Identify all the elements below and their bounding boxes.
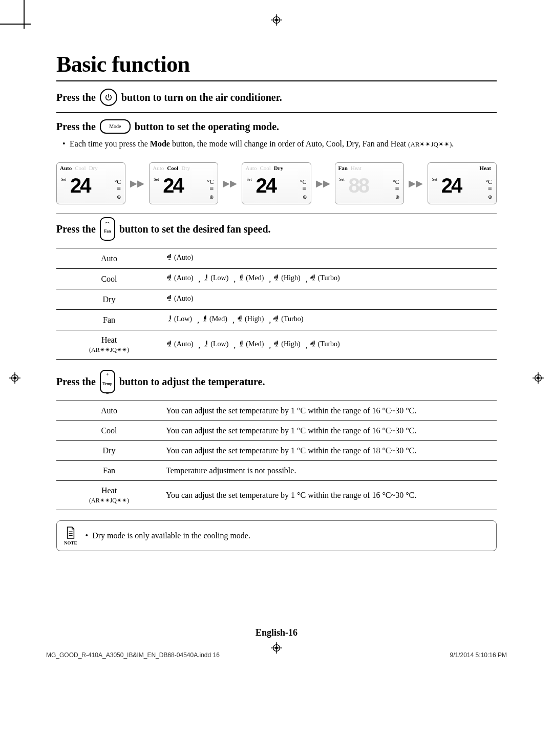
- svg-rect-45: [167, 318, 168, 320]
- svg-rect-37: [311, 277, 312, 279]
- mode-card: AutoCoolDrySet24°C≡⊕: [149, 162, 218, 204]
- svg-rect-22: [168, 276, 169, 279]
- svg-rect-64: [202, 343, 203, 344]
- mode-description: • Each time you press the Mode button, t…: [56, 138, 497, 150]
- mode-card: AutoCoolDrySet24°C≡⊕: [56, 162, 125, 204]
- svg-rect-61: [167, 342, 168, 344]
- svg-rect-25: [204, 277, 205, 279]
- svg-point-7: [13, 376, 16, 380]
- svg-rect-73: [274, 342, 275, 344]
- table-row: Dry(Auto): [56, 289, 497, 310]
- text: button to set the desired fan speed.: [119, 221, 271, 237]
- svg-rect-26: [205, 276, 206, 279]
- svg-rect-29: [239, 277, 240, 279]
- text: button to set the operating mode.: [135, 119, 279, 134]
- svg-rect-53: [238, 318, 239, 320]
- svg-rect-59: [277, 316, 278, 320]
- svg-rect-17: [167, 256, 168, 258]
- arrow-right-icon: ▶▶: [408, 178, 423, 189]
- text: Press the: [56, 119, 96, 134]
- svg-point-11: [537, 376, 540, 380]
- svg-rect-50: [204, 317, 205, 320]
- svg-rect-72: [273, 343, 274, 344]
- fan-speed-table: Auto(Auto)Cool(Auto), (Low), (Med), (Hig…: [56, 248, 497, 360]
- arrow-right-icon: ▶▶: [222, 178, 238, 189]
- model-code: (AR✴✴JQ✴✴): [408, 140, 452, 148]
- svg-rect-57: [274, 318, 275, 320]
- text: Press the: [56, 90, 96, 105]
- svg-rect-74: [275, 341, 276, 344]
- note-icon: NOTE: [64, 526, 77, 545]
- svg-rect-71: [242, 341, 243, 345]
- svg-rect-39: [313, 275, 314, 279]
- svg-point-3: [275, 18, 278, 22]
- text: button to turn on the air conditioner.: [121, 90, 282, 105]
- note-label: NOTE: [64, 540, 77, 545]
- arrow-right-icon: ▶▶: [130, 178, 145, 189]
- svg-rect-28: [238, 278, 239, 279]
- crop-mark: [0, 24, 31, 25]
- svg-rect-78: [312, 341, 313, 344]
- svg-rect-55: [241, 316, 242, 320]
- mode-card: HeatSet24°C≡⊕: [428, 162, 497, 204]
- text: Press the: [56, 374, 96, 389]
- mode-button-icon: Mode: [100, 119, 131, 134]
- svg-rect-52: [237, 319, 238, 320]
- arrow-right-icon: ▶▶: [315, 178, 331, 189]
- svg-rect-18: [168, 255, 169, 258]
- svg-rect-23: [170, 275, 171, 279]
- table-row: Auto(Auto): [56, 248, 497, 269]
- svg-point-15: [275, 646, 278, 649]
- fan-button-icon: ︿ Fan ﹀: [100, 217, 115, 241]
- text: Press the: [56, 221, 96, 237]
- svg-rect-77: [311, 342, 312, 344]
- svg-rect-27: [206, 275, 207, 279]
- svg-rect-36: [310, 278, 311, 279]
- chevron-up-icon: ︿: [105, 220, 110, 224]
- instruction-mode: Press the Mode button to set the operati…: [56, 119, 497, 134]
- svg-rect-40: [166, 298, 167, 299]
- table-row: Fan(Low), (Med), (High), (Turbo): [56, 310, 497, 330]
- svg-rect-65: [204, 342, 205, 344]
- note-box: NOTE • Dry mode is only available in the…: [56, 520, 497, 551]
- svg-rect-20: [166, 278, 167, 279]
- instruction-temp: Press the + Temp − button to adjust the …: [56, 370, 497, 393]
- svg-rect-24: [202, 278, 203, 279]
- table-row: Heat(AR✴✴JQ✴✴)(Auto), (Low), (Med), (Hig…: [56, 330, 497, 360]
- table-row: FanTemperature adjustment is not possibl…: [56, 461, 497, 481]
- svg-rect-35: [277, 275, 278, 279]
- registration-mark-icon: [271, 14, 282, 26]
- svg-rect-58: [275, 317, 276, 320]
- text: Fan: [104, 224, 111, 239]
- text: Temp: [102, 376, 112, 392]
- instruction-power: Press the button to turn on the air cond…: [56, 89, 497, 106]
- svg-rect-67: [206, 341, 207, 345]
- plus-icon: +: [106, 372, 109, 376]
- svg-rect-32: [273, 278, 274, 279]
- svg-rect-42: [168, 296, 169, 299]
- text: Mode: [150, 139, 170, 148]
- page-number: English-16: [0, 627, 553, 638]
- svg-rect-69: [239, 342, 240, 344]
- svg-rect-41: [167, 297, 168, 299]
- temp-button-icon: + Temp −: [100, 370, 115, 393]
- mode-card: FanHeatSet88°C≡⊕: [335, 162, 404, 204]
- text: button to adjust the temperature.: [119, 374, 265, 389]
- svg-rect-31: [242, 275, 243, 279]
- divider: [56, 80, 497, 81]
- svg-rect-79: [313, 341, 314, 345]
- divider: [56, 112, 497, 113]
- minus-icon: −: [106, 392, 109, 396]
- instruction-fan: Press the ︿ Fan ﹀ button to set the desi…: [56, 217, 497, 241]
- svg-rect-30: [240, 276, 241, 279]
- page-title: Basic function: [56, 51, 497, 77]
- svg-rect-62: [168, 341, 169, 344]
- svg-rect-66: [205, 341, 206, 344]
- table-row: AutoYou can adjust the set temperature b…: [56, 401, 497, 421]
- text: button, the mode will change in order of…: [170, 139, 408, 148]
- svg-rect-75: [277, 341, 278, 345]
- divider: [56, 214, 497, 214]
- svg-rect-70: [240, 341, 241, 344]
- svg-rect-38: [312, 276, 313, 279]
- svg-rect-46: [168, 317, 169, 320]
